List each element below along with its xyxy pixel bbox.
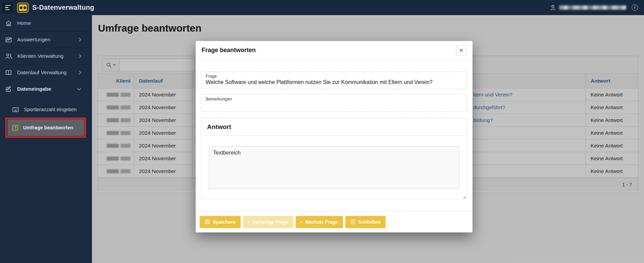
question-icon: ? <box>12 125 18 131</box>
sidebar-subitem-label: Umfrage beantworten <box>23 125 73 130</box>
bemerkungen-label: Bemerkungen <box>206 97 462 101</box>
sidebar-subitem-label: Sportleranzahl eingeben <box>24 107 77 112</box>
dialog-title: Frage beantworten <box>202 47 256 54</box>
line-chart-icon <box>5 36 12 43</box>
sidebar-subnav: Sportleranzahl eingeben ? Umfrage beantw… <box>0 97 92 136</box>
app-logo-icon <box>17 3 29 13</box>
bemerkungen-display-field: Bemerkungen <box>201 94 467 112</box>
keyboard-icon <box>12 107 19 112</box>
frage-display-field: Frage Welche Software und welche Plattfo… <box>201 72 467 89</box>
sidebar-item-label: Klienten Verwaltung <box>17 53 63 59</box>
vorherige-frage-button[interactable]: ◂ Vorherige Frage <box>243 216 293 228</box>
top-navbar: S-Datenverwaltung i <box>0 0 644 15</box>
antwort-region: Antwort Textbereich <box>201 118 467 199</box>
sidebar-item-klienten-verwaltung[interactable]: Klienten Verwaltung <box>0 48 92 64</box>
schliessen-button[interactable]: Schließen <box>345 216 386 228</box>
svg-text:?: ? <box>14 126 16 130</box>
frage-value: Welche Software und welche Plattformen n… <box>206 79 462 86</box>
sidebar-item-dateneingabe[interactable]: Dateneingabe <box>0 81 92 97</box>
chevron-right-icon <box>79 37 87 42</box>
sidebar-item-datenlauf-verwaltung[interactable]: Datenlauf Verwaltung <box>0 64 92 81</box>
close-icon[interactable]: ✕ <box>456 45 466 55</box>
book-icon <box>5 69 12 76</box>
close-box-icon <box>350 219 355 224</box>
arrow-left-icon: ◂ <box>248 220 250 224</box>
arrow-right-icon: ▸ <box>301 220 302 224</box>
resize-handle-icon[interactable] <box>462 195 466 199</box>
naechste-frage-button[interactable]: ▸ Nächste Frage <box>296 216 343 228</box>
chevron-right-icon <box>79 54 87 58</box>
app-title: S-Datenverwaltung <box>32 4 94 11</box>
frage-label: Frage <box>206 74 462 79</box>
sidebar-item-label: Home <box>17 20 31 26</box>
chevron-down-icon <box>77 88 87 91</box>
username-blurred[interactable] <box>559 5 626 10</box>
home-icon <box>5 20 12 27</box>
chevron-right-icon <box>79 70 87 75</box>
sidebar-subitem-umfrage-beantworten[interactable]: ? Umfrage beantworten <box>7 119 84 136</box>
bemerkungen-value <box>206 102 462 109</box>
users-icon <box>5 53 12 60</box>
dialog-header: Frage beantworten ✕ <box>196 41 473 60</box>
main-content: Umfrage beantworten Klient <box>92 15 644 263</box>
sidebar-item-label: Auswertungen <box>17 37 50 43</box>
app-window: S-Datenverwaltung i Home Auswertungen <box>0 0 644 263</box>
person-icon <box>550 5 556 11</box>
edit-icon <box>5 86 12 93</box>
speichern-button[interactable]: Speichern <box>200 216 241 228</box>
frage-beantworten-dialog: Frage beantworten ✕ Frage Welche Softwar… <box>196 41 473 232</box>
sidebar-item-auswertungen[interactable]: Auswertungen <box>0 32 92 48</box>
dialog-body: Frage Welche Software und welche Plattfo… <box>196 60 473 211</box>
hamburger-menu-icon[interactable] <box>3 2 13 13</box>
dialog-footer: Speichern ◂ Vorherige Frage ▸ Nächste Fr… <box>196 211 473 232</box>
save-icon <box>205 219 210 224</box>
sidebar-item-home[interactable]: Home <box>0 15 92 32</box>
antwort-textarea[interactable]: Textbereich <box>209 146 459 189</box>
sidebar-item-label: Dateneingabe <box>17 86 51 92</box>
sidebar: Home Auswertungen Klienten Verwaltung <box>0 15 92 263</box>
info-icon[interactable]: i <box>632 4 638 11</box>
sidebar-subitem-sportleranzahl[interactable]: Sportleranzahl eingeben <box>0 102 92 117</box>
sidebar-item-label: Datenlauf Verwaltung <box>17 70 66 76</box>
antwort-heading: Antwort <box>201 118 467 136</box>
